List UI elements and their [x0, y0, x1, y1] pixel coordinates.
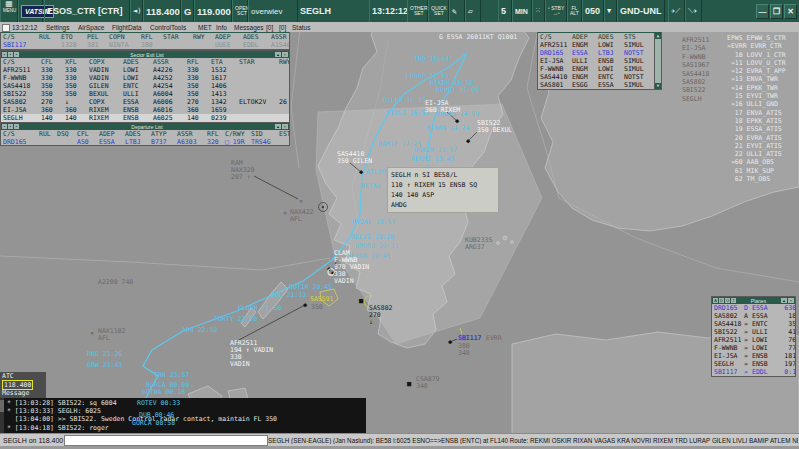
aircraft-target-icon[interactable]: ◆	[466, 138, 470, 145]
controller-row[interactable]: 10 LOVV_1_CTR	[727, 51, 799, 59]
vatsim-logo-button[interactable]: VATSIM	[18, 0, 43, 22]
quick-set-button[interactable]: QUICK SET	[428, 0, 449, 22]
aircraft-label[interactable]: SAS591	[310, 296, 333, 303]
callsign-row[interactable]: SAS4418	[682, 70, 716, 78]
controller-row[interactable]: 18 EPKK_ATIS	[727, 117, 799, 125]
controller-row[interactable]: »13 ENVA_TWR	[727, 75, 799, 83]
callsign-row[interactable]: SAS802	[682, 78, 716, 86]
planes-row[interactable]: SBI117»EDDL0:17	[712, 368, 795, 376]
aircraft-label[interactable]: EI-JSA 360 RIXEM	[425, 100, 460, 114]
menu-item[interactable]: ControlTools	[150, 24, 186, 31]
exit-row[interactable]: EI-JSA360360RIXEMENSBA60163601659	[1, 106, 289, 114]
departure-titlebar[interactable]: ▪ ▪ ▪ Departure List ▲ ×	[1, 123, 289, 130]
aircraft-label[interactable]: AFR2511 194 ↑ VADIN 330 VADIN	[230, 340, 273, 368]
planes-row[interactable]: SAS802AESSA181	[712, 312, 795, 320]
fp-row[interactable]: DRD165ESSALTBJNOTST	[538, 49, 661, 57]
menu-item[interactable]: Messages	[234, 24, 264, 31]
stby-button[interactable]: ▫ STBY →▫	[545, 0, 567, 22]
controller-row[interactable]: 17 ENVA_ATIS	[727, 109, 799, 117]
guard-indicator[interactable]: G	[181, 0, 194, 22]
filter-letter-button[interactable]: T	[731, 298, 736, 303]
planes-row[interactable]: F-WWNB»LOWI777	[712, 344, 795, 352]
menu-item[interactable]: Status	[292, 24, 310, 31]
aircraft-target-icon[interactable]: ■	[359, 298, 363, 305]
fp-row[interactable]: EI-JSAULLIENSBSIMUL	[538, 57, 661, 65]
aircraft-label[interactable]: NAX422 AFL	[290, 209, 313, 223]
scroll-down-icon[interactable]: ▼	[655, 83, 661, 89]
aircraft-target-icon[interactable]: ■	[407, 381, 411, 388]
callsign-row[interactable]: SEGLH	[682, 95, 716, 103]
filter-funnel-icon[interactable]: ▼	[604, 0, 617, 22]
aircraft-label[interactable]: 380 348	[458, 343, 470, 357]
departure-row[interactable]: DRD165A50ESSALTBJB737A6303320□ 19RTRS4G	[1, 138, 289, 146]
aircraft-label[interactable]: SBI117	[458, 335, 481, 342]
list-button[interactable]: ▪	[14, 52, 19, 57]
aircraft-label[interactable]: NAX1102 AFL	[98, 328, 125, 342]
callsign-row[interactable]: AFR2511	[682, 36, 716, 44]
controller-row[interactable]: »11 LOVV_U_CTR	[727, 59, 799, 67]
controller-row[interactable]: »60 AAB_OBS	[727, 158, 799, 166]
menu-item[interactable]: Info	[216, 24, 227, 31]
list-button[interactable]: ▪	[8, 52, 13, 57]
exit-row[interactable]: SEGLH140140RIXEMENSBA60251400239	[1, 114, 289, 122]
primary-frequency[interactable]: 118.400	[143, 0, 181, 22]
menu-item[interactable]: AirSpace	[78, 24, 104, 31]
planes-row[interactable]: AFR2511»LOWI761	[712, 336, 795, 344]
menu-item[interactable]: Settings	[46, 24, 70, 31]
other-set-button[interactable]: OTHER SET	[407, 0, 428, 22]
callsign-row[interactable]: EI-JSA	[682, 44, 716, 52]
dots-icon[interactable]: ⁙	[532, 0, 545, 22]
aircraft-target-icon[interactable]: ✕	[299, 197, 303, 204]
planes-row[interactable]: SAS4418»ENTC356	[712, 320, 795, 328]
controller-row[interactable]: 20 EVRA_ATIS	[727, 134, 799, 142]
message-history-window[interactable]: * [13:03:28] SBI522: sq 6004* [13:03:33]…	[0, 398, 366, 433]
controller-row[interactable]: 21 EYVI_ATIS	[727, 142, 799, 150]
controller-row[interactable]: 15 EYVI_TWR	[727, 92, 799, 100]
controller-row[interactable]: »EVRR EVRR_CTR	[727, 42, 799, 50]
aircraft-label[interactable]: SAS802 270 ↓	[369, 305, 392, 326]
screen-name[interactable]: overwiev	[248, 0, 298, 22]
menu-item[interactable]: FlightData	[112, 24, 142, 31]
controller-row[interactable]: »12 EVRA_T_APP	[727, 67, 799, 75]
leader-unit-button[interactable]: MIN	[512, 0, 532, 22]
rollup-button[interactable]: ▲	[275, 124, 281, 129]
aircraft-label[interactable]: KUB233S ARG37	[465, 237, 492, 251]
exit-row[interactable]: SAS802270↓COPXESSAA60062701342ELTOK2V26	[1, 98, 289, 106]
controller-row[interactable]: EPWS EPWW_S_CTR	[727, 34, 799, 42]
menu-item[interactable]: [0]	[266, 24, 273, 31]
menu-item[interactable]: [0]	[279, 24, 286, 31]
planes-row[interactable]: DRD165DESSA6303	[712, 304, 795, 312]
callsign-row[interactable]: SBI522	[682, 86, 716, 94]
controller-row[interactable]: »14 EPKK_TWR	[727, 84, 799, 92]
aircraft-target-icon[interactable]: ◆	[448, 339, 452, 346]
rollup-button[interactable]: ▲	[781, 298, 787, 303]
filter-letter-button[interactable]: A	[713, 298, 718, 303]
list-button[interactable]: ▪	[2, 52, 7, 57]
secondary-frequency[interactable]: 119.000	[194, 0, 232, 22]
filter-letter-button[interactable]: D	[719, 298, 724, 303]
planes-list-titlebar[interactable]: ADOT Planes ▲ ×	[712, 297, 795, 304]
open-sct-button[interactable]: OPEN SCT	[232, 0, 248, 22]
aircraft-label[interactable]: RAM NAX329 207 ↑	[231, 160, 254, 181]
window-restore-button[interactable]: ❐	[770, 4, 783, 19]
controller-row[interactable]: 22 ULLI_ATIS	[727, 150, 799, 158]
callsign-row[interactable]: SAS1967	[682, 61, 716, 69]
rollup-button[interactable]: ▲	[275, 52, 281, 57]
exit-row[interactable]: AFR2511330330VADINLOWIA42263301532	[1, 66, 289, 74]
fp-scrollbar[interactable]: ▲ ▼	[654, 33, 661, 89]
list-button[interactable]: ▪	[2, 124, 7, 129]
window-minimize-button[interactable]: —	[756, 4, 769, 19]
planes-row[interactable]: SBI522»ULLI418	[712, 328, 795, 336]
inbound-row[interactable]: SBI1171328381NINTA380UUEEEDDLA1540	[1, 41, 289, 49]
aircraft-target-icon[interactable]: ◆	[303, 302, 307, 309]
aircraft-label[interactable]: CSA879 340	[416, 376, 439, 390]
list-button[interactable]: ▪	[8, 124, 13, 129]
active-frequency[interactable]: 118.400	[2, 380, 33, 390]
callsign-row[interactable]: F-WWNB	[682, 53, 716, 61]
separation-tool-icon[interactable]: ⟍✈	[685, 0, 702, 22]
message-label[interactable]: Message	[2, 389, 46, 398]
vertical-range[interactable]: GND-UNL	[617, 0, 665, 22]
controller-row[interactable]: 62 TM_OBS	[727, 175, 799, 183]
aircraft-label[interactable]: SAS4410 350 GILEN	[337, 151, 372, 165]
sector-exit-titlebar[interactable]: ▪ ▪ ▪ Sector Exit List ▲ ×	[1, 51, 289, 58]
